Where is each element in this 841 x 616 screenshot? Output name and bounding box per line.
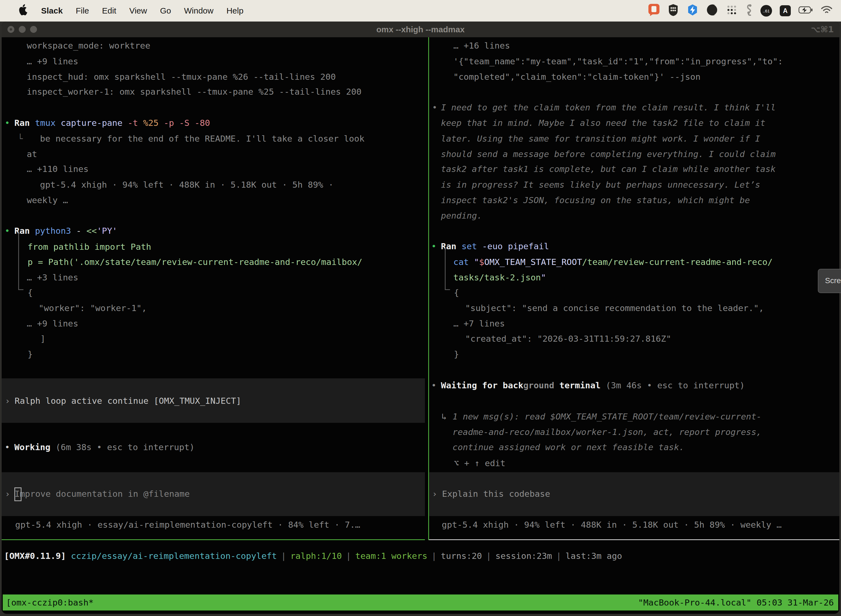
mailbox-note-line: 1 new msg(s): read $OMX_TEAM_STATE_ROOT/… bbox=[453, 409, 762, 424]
chat-app-icon[interactable] bbox=[648, 3, 660, 18]
thinking-line: keep that in mind. Maybe I also need the… bbox=[441, 115, 765, 131]
command-bullet: • bbox=[5, 115, 10, 131]
working-bullet: • bbox=[5, 439, 10, 455]
badge-61-count: ..61 bbox=[763, 9, 769, 13]
active-app-name[interactable]: Slack bbox=[41, 6, 63, 15]
command-output-line: … +3 lines bbox=[27, 270, 78, 285]
command-line-set-pipefail: Ran set -euo pipefail bbox=[441, 238, 549, 254]
thinking-bullet: • bbox=[432, 100, 437, 115]
mailbox-arrow-icon: ↳ bbox=[441, 409, 447, 424]
thinking-line: I need to get the claim token from the c… bbox=[441, 100, 776, 115]
terminal-content: workspace_mode: worktree … +9 lines insp… bbox=[0, 0, 841, 616]
json-output-line: { bbox=[28, 285, 33, 300]
terminal-output-line: "completed","claim_token":"claim-token"}… bbox=[453, 69, 700, 84]
chevron-icon: › bbox=[5, 393, 10, 408]
waiting-status: Waiting for background terminal (3m 46s … bbox=[441, 378, 745, 393]
json-output-line: "subject": "send a concise recommendatio… bbox=[465, 300, 764, 316]
command-line-python3: Ran python3 - <<'PY' bbox=[14, 223, 117, 238]
terminal-output-line: inspect_hud: omx sparkshell --tmux-pane … bbox=[27, 69, 336, 84]
menu-item-window[interactable]: Window bbox=[184, 6, 214, 15]
terminal-output-line: '{"team_name":"my-team","task_id":"1","f… bbox=[453, 54, 783, 69]
inject-message: Ralph loop active continue [OMX_TMUX_INJ… bbox=[15, 393, 241, 408]
thinking-line: task2 after task1 is complete, but can I… bbox=[441, 161, 776, 177]
mailbox-note-line: continue assigned work or next feasible … bbox=[453, 439, 684, 455]
output-corner-glyph: └ bbox=[18, 131, 23, 146]
command-line-cat-continued: tasks/task-2.json" bbox=[453, 270, 546, 285]
apple-menu-icon[interactable] bbox=[18, 4, 28, 18]
edit-shortcut-hint: ⌥ + ↑ edit bbox=[454, 455, 505, 471]
thinking-line: should send a message before completing … bbox=[441, 146, 776, 162]
working-status: Working (6m 38s • esc to interrupt) bbox=[14, 439, 195, 455]
keyboard-layout-icon[interactable]: A bbox=[780, 5, 791, 16]
prompt-placeholder-left: Improve documentation in @filename bbox=[15, 486, 190, 502]
command-bullet: • bbox=[5, 223, 10, 238]
waiting-bullet: • bbox=[431, 378, 437, 393]
tmux-status-bar: [omx-cczip0:bash* "MacBook-Pro-44.local"… bbox=[3, 594, 838, 610]
command-output-line: … +110 lines bbox=[27, 161, 89, 177]
terminal-output-line: … +16 lines bbox=[453, 38, 510, 53]
menu-bar: Slack File Edit View Go Window Help ..61… bbox=[0, 0, 841, 22]
keyboard-layout-letter: A bbox=[783, 7, 788, 15]
omx-status-line: [OMX#0.11.9]cczip/essay/ai-reimplementat… bbox=[4, 548, 622, 563]
prompt-chevron-icon: › bbox=[5, 486, 10, 502]
json-output-line: ] bbox=[40, 331, 45, 346]
thinking-line: later. Using the same for transition mig… bbox=[441, 131, 760, 146]
command-output-line: gpt-5.4 xhigh · 94% left · 488K in · 5.1… bbox=[40, 177, 334, 192]
command-output-line: … +7 lines bbox=[453, 316, 505, 331]
thinking-line: is in progress? It seems likely but perh… bbox=[441, 177, 760, 192]
terminal-output-line: inspect_worker-1: omx sparkshell --tmux-… bbox=[27, 84, 362, 99]
json-output-line: } bbox=[454, 346, 459, 362]
prompt-placeholder-right: Explain this codebase bbox=[442, 486, 550, 502]
left-pane-border bbox=[1, 539, 425, 540]
bolt-hexagon-icon[interactable] bbox=[687, 4, 699, 18]
command-line-cat: cat "$OMX_TEAM_STATE_ROOT/team/review-cu… bbox=[453, 254, 772, 270]
output-connector bbox=[18, 232, 23, 290]
json-output-line: } bbox=[28, 346, 33, 362]
squiggle-icon[interactable] bbox=[745, 3, 753, 19]
wifi-icon[interactable] bbox=[820, 5, 833, 16]
menu-left: Slack File Edit View Go Window Help bbox=[0, 4, 243, 18]
command-output-line: weekly … bbox=[27, 192, 68, 208]
command-line-tmux-capture: Ran tmux capture-pane -t %25 -p -S -80 bbox=[14, 115, 210, 131]
menu-item-file[interactable]: File bbox=[76, 6, 89, 15]
prompt-chevron-icon: › bbox=[432, 486, 437, 502]
battery-icon[interactable] bbox=[799, 6, 813, 15]
json-output-line: { bbox=[454, 285, 459, 300]
menu-item-go[interactable]: Go bbox=[160, 6, 171, 15]
tmux-session-label: [omx-cczip0:bash* bbox=[6, 594, 94, 610]
mailbox-note-line: readme-and-reco/mailbox/worker-1.json, a… bbox=[453, 424, 762, 440]
tmux-pane-divider[interactable] bbox=[428, 37, 429, 540]
menu-bar-status-icons: ..61 A bbox=[648, 3, 841, 19]
right-pane-status-line: gpt-5.4 xhigh · 94% left · 488K in · 5.1… bbox=[442, 517, 782, 532]
menu-item-help[interactable]: Help bbox=[227, 6, 244, 15]
python-code-line: from pathlib import Path bbox=[28, 239, 151, 254]
left-pane-status-line: gpt-5.4 xhigh · essay/ai-reimplementatio… bbox=[15, 517, 360, 532]
json-output-line: "created_at": "2026-03-31T11:59:27.816Z" bbox=[465, 331, 671, 346]
shield-icon[interactable] bbox=[668, 4, 679, 18]
terminal-output-line: … +9 lines bbox=[27, 54, 78, 69]
moon-icon[interactable] bbox=[706, 4, 718, 18]
tmux-host-time: "MacBook-Pro-44.local" 05:03 31-Mar-26 bbox=[638, 594, 834, 610]
right-pane-border bbox=[429, 539, 840, 540]
screen-tooltip: Scre bbox=[818, 269, 841, 293]
text-cursor bbox=[14, 487, 22, 501]
menu-item-edit[interactable]: Edit bbox=[102, 6, 116, 15]
badge-61-icon[interactable]: ..61 bbox=[760, 5, 772, 16]
thinking-line: inspect task2's JSON, focusing on the st… bbox=[441, 192, 750, 208]
thinking-line: pending. bbox=[441, 208, 482, 223]
json-output-line: "worker": "worker-1", bbox=[39, 300, 147, 316]
app-grid-icon[interactable] bbox=[726, 4, 737, 18]
output-connector bbox=[445, 248, 450, 290]
terminal-output-line: workspace_mode: worktree bbox=[27, 38, 150, 53]
menu-item-view[interactable]: View bbox=[129, 6, 147, 15]
command-output-line: at bbox=[27, 146, 37, 162]
python-code-line: p = Path('.omx/state/team/review-current… bbox=[28, 254, 362, 270]
command-bullet: • bbox=[431, 238, 437, 254]
command-output-line: … +9 lines bbox=[27, 316, 78, 331]
command-output-line: be necessary for the end of the README. … bbox=[40, 131, 365, 146]
